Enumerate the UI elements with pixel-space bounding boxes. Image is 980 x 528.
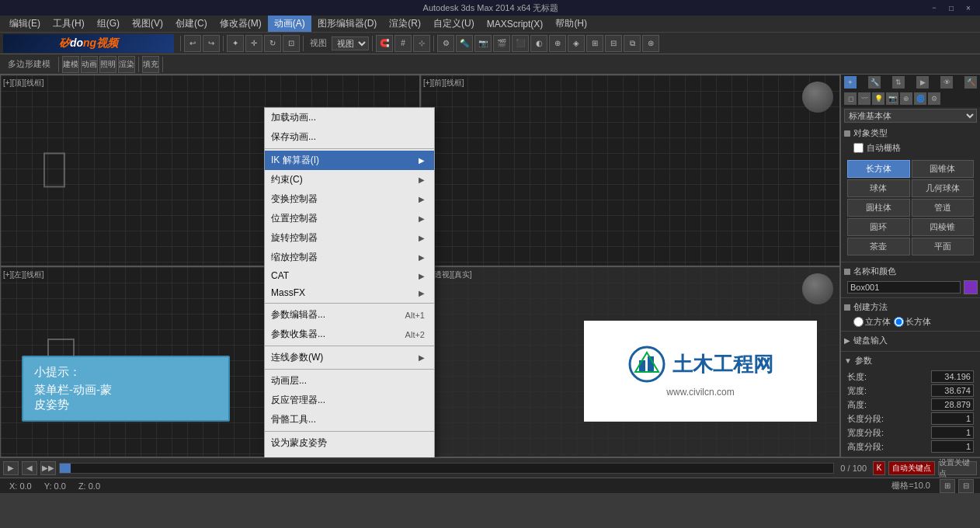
rp-icon-create[interactable]: ✦ bbox=[844, 76, 857, 89]
tl-autokey[interactable]: 自动关键点 bbox=[888, 461, 935, 475]
tb-icon-3[interactable]: 📷 bbox=[474, 35, 492, 52]
creation-cube-option[interactable]: 立方体 bbox=[853, 316, 891, 328]
menu-help[interactable]: 帮助(H) bbox=[549, 16, 593, 32]
obj-btn-pyramid[interactable]: 四棱锥 bbox=[912, 218, 975, 236]
obj-btn-sphere[interactable]: 球体 bbox=[847, 179, 910, 197]
menu-set-skin-pose[interactable]: 设为蒙皮姿势 bbox=[265, 433, 434, 453]
menu-graph-editor[interactable]: 图形编辑器(D) bbox=[311, 16, 384, 32]
menu-edit[interactable]: 编辑(E) bbox=[3, 16, 47, 32]
cat-system[interactable]: ⚙ bbox=[928, 92, 940, 105]
menu-param-collector[interactable]: 参数收集器... Alt+2 bbox=[265, 325, 434, 344]
menu-anim-layers[interactable]: 动画层... bbox=[265, 371, 434, 391]
cat-shape[interactable]: 〰 bbox=[858, 92, 871, 105]
tb-grid[interactable]: # bbox=[394, 35, 412, 52]
cat-camera[interactable]: 📷 bbox=[886, 92, 898, 105]
tb-icon-6[interactable]: ◐ bbox=[530, 35, 547, 52]
param-width-input[interactable] bbox=[931, 384, 974, 397]
tb-snap[interactable]: ⊹ bbox=[413, 35, 430, 52]
menu-tools[interactable]: 工具(H) bbox=[47, 16, 91, 32]
cat-helper[interactable]: ⊕ bbox=[900, 92, 912, 105]
tb-rotate[interactable]: ↻ bbox=[264, 35, 281, 52]
view-dropdown[interactable]: 视图 bbox=[332, 36, 369, 50]
tb-icon-4[interactable]: 🎬 bbox=[493, 35, 510, 52]
tb2-light[interactable]: 照明 bbox=[99, 56, 116, 73]
minimize-button[interactable]: － bbox=[929, 2, 940, 13]
auto-grid-checkbox[interactable] bbox=[853, 143, 864, 153]
tb-select[interactable]: ✦ bbox=[227, 35, 244, 52]
rp-icon-hierarchy[interactable]: ⇅ bbox=[892, 76, 905, 89]
color-swatch[interactable] bbox=[964, 280, 978, 294]
tb-icon-8[interactable]: ◈ bbox=[568, 35, 585, 52]
menu-animation[interactable]: 动画(A) bbox=[268, 16, 311, 32]
tb-redo[interactable]: ↪ bbox=[203, 35, 220, 52]
tl-prev-frame[interactable]: ◀ bbox=[22, 461, 37, 475]
tb-move[interactable]: ✛ bbox=[245, 35, 262, 52]
rp-icon-motion[interactable]: ▶ bbox=[916, 76, 929, 89]
menu-position-controller[interactable]: 位置控制器 ▶ bbox=[265, 209, 434, 228]
tb2-fill[interactable]: 填充 bbox=[142, 56, 159, 73]
timeline-track[interactable] bbox=[59, 463, 834, 474]
menu-scale-controller[interactable]: 缩放控制器 ▶ bbox=[265, 248, 434, 267]
tb-icon-1[interactable]: ⚙ bbox=[437, 35, 454, 52]
tl-next-frame[interactable]: ▶▶ bbox=[40, 461, 56, 475]
viewport-front[interactable]: [+][前][线框] bbox=[420, 75, 840, 266]
cat-geo[interactable]: ◻ bbox=[844, 92, 857, 105]
menu-save-animation[interactable]: 保存动画... bbox=[265, 127, 434, 147]
tb-magnet[interactable]: 🧲 bbox=[376, 35, 393, 52]
menu-view[interactable]: 视图(V) bbox=[126, 16, 169, 32]
status-btn-1[interactable]: ⊞ bbox=[940, 479, 955, 493]
menu-reaction-manager[interactable]: 反应管理器... bbox=[265, 391, 434, 410]
tb-icon-2[interactable]: 🔦 bbox=[456, 35, 473, 52]
menu-bone-tools[interactable]: 骨骼工具... bbox=[265, 410, 434, 429]
creation-box-option[interactable]: 长方体 bbox=[894, 316, 931, 328]
menu-cat[interactable]: CAT ▶ bbox=[265, 267, 434, 284]
close-button[interactable]: × bbox=[963, 2, 974, 13]
tb2-create[interactable]: 建模 bbox=[62, 56, 79, 73]
obj-btn-cone[interactable]: 圆锥体 bbox=[912, 160, 975, 178]
rp-icon-utilities[interactable]: 🔨 bbox=[964, 76, 977, 89]
menu-ik-solver[interactable]: IK 解算器(I) ▶ bbox=[265, 151, 434, 170]
menu-massfx[interactable]: MassFX ▶ bbox=[265, 284, 434, 301]
obj-btn-tube[interactable]: 管道 bbox=[912, 199, 975, 217]
menu-group[interactable]: 组(G) bbox=[91, 16, 126, 32]
param-lengthsegs-input[interactable] bbox=[931, 412, 974, 425]
tb-icon-11[interactable]: ⧉ bbox=[624, 35, 641, 52]
param-height-input[interactable] bbox=[931, 398, 974, 411]
object-name-input[interactable] bbox=[847, 281, 961, 294]
menu-constraint[interactable]: 约束(C) ▶ bbox=[265, 170, 434, 189]
tl-setkey[interactable]: 设置关键点 bbox=[938, 461, 977, 475]
creation-cube-radio[interactable] bbox=[853, 317, 864, 327]
menu-maxscript[interactable]: MAXScript(X) bbox=[481, 17, 550, 31]
menu-load-animation[interactable]: 加载动画... bbox=[265, 108, 434, 127]
param-heightsegs-input[interactable] bbox=[931, 440, 974, 453]
menu-rotation-controller[interactable]: 旋转控制器 ▶ bbox=[265, 228, 434, 248]
tb-undo[interactable]: ↩ bbox=[184, 35, 201, 52]
maximize-button[interactable]: □ bbox=[946, 2, 957, 13]
tb-icon-7[interactable]: ⊕ bbox=[549, 35, 566, 52]
param-widthsegs-input[interactable] bbox=[931, 426, 974, 439]
rp-icon-display[interactable]: 👁 bbox=[940, 76, 953, 89]
obj-btn-plane[interactable]: 平面 bbox=[912, 238, 975, 255]
tl-keyset[interactable]: K bbox=[873, 461, 885, 475]
obj-btn-torus[interactable]: 圆环 bbox=[847, 218, 910, 236]
tb-icon-10[interactable]: ⊟ bbox=[605, 35, 622, 52]
creation-box-radio[interactable] bbox=[894, 317, 904, 327]
tb-icon-5[interactable]: ⬛ bbox=[512, 35, 529, 52]
obj-btn-cylinder[interactable]: 圆柱体 bbox=[847, 199, 910, 217]
obj-btn-geosphere[interactable]: 几何球体 bbox=[912, 179, 975, 197]
obj-btn-teapot[interactable]: 茶壶 bbox=[847, 238, 910, 255]
cat-spacewarp[interactable]: 🌀 bbox=[914, 92, 926, 105]
menu-wire-params[interactable]: 连线参数(W) ▶ bbox=[265, 348, 434, 367]
param-length-input[interactable] bbox=[931, 370, 974, 383]
menu-modifier[interactable]: 修改器(M) bbox=[214, 16, 268, 32]
menu-create[interactable]: 创建(C) bbox=[169, 16, 214, 32]
primitive-category-dropdown[interactable]: 标准基本体 bbox=[844, 109, 977, 123]
menu-transform-controller[interactable]: 变换控制器 ▶ bbox=[265, 189, 434, 209]
status-btn-2[interactable]: ⊟ bbox=[958, 479, 974, 493]
obj-btn-box[interactable]: 长方体 bbox=[847, 160, 910, 178]
tb-icon-12[interactable]: ⊛ bbox=[642, 35, 659, 52]
tb2-render[interactable]: 渲染 bbox=[118, 56, 135, 73]
tl-play-btn[interactable]: ▶ bbox=[3, 461, 19, 475]
menu-param-editor[interactable]: 参数编辑器... Alt+1 bbox=[265, 305, 434, 325]
menu-render[interactable]: 渲染(R) bbox=[383, 16, 427, 32]
